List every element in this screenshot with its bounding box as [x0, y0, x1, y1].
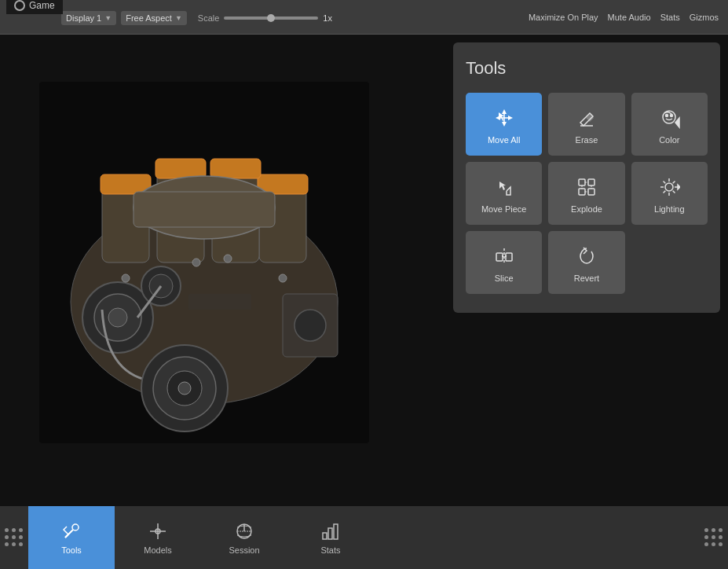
svg-point-24: [224, 255, 232, 262]
svg-rect-43: [588, 179, 594, 185]
tool-color[interactable]: Color: [631, 93, 708, 156]
svg-rect-60: [496, 253, 503, 261]
svg-rect-11: [134, 192, 275, 227]
tool-slice-label: Slice: [495, 273, 514, 283]
svg-point-23: [192, 259, 200, 266]
svg-marker-41: [499, 182, 506, 190]
tools-title: Tools: [466, 58, 708, 79]
move-all-icon: [493, 107, 515, 129]
tools-nav-icon: [60, 520, 82, 542]
tool-revert[interactable]: Revert: [548, 231, 624, 294]
svg-rect-75: [334, 524, 338, 539]
nav-items: Tools Models Ses: [28, 506, 700, 569]
svg-point-50: [665, 183, 673, 191]
explode-icon: [576, 176, 598, 198]
aspect-label: Free Aspect: [126, 13, 172, 23]
stats-button[interactable]: Stats: [660, 13, 680, 22]
tool-color-label: Color: [659, 135, 679, 145]
game-area: Tools Move All: [0, 35, 728, 569]
svg-point-38: [671, 115, 673, 117]
revert-icon: [576, 245, 598, 267]
toolbar: Game Display 1 ▼ Free Aspect ▼ Scale 1x …: [0, 0, 728, 35]
svg-point-37: [666, 115, 668, 117]
svg-point-21: [122, 274, 130, 282]
svg-point-14: [108, 308, 127, 327]
nav-item-tools[interactable]: Tools: [28, 506, 115, 569]
lighting-icon: [658, 176, 680, 198]
slice-icon: [493, 245, 515, 267]
models-nav-icon: [147, 520, 169, 542]
svg-marker-31: [508, 116, 513, 120]
tool-lighting[interactable]: Lighting: [631, 162, 708, 225]
game-tab[interactable]: Game: [6, 0, 63, 14]
svg-rect-27: [188, 294, 251, 310]
tool-erase[interactable]: Erase: [548, 93, 624, 156]
game-tab-label: Game: [29, 0, 55, 11]
left-drag-handle[interactable]: [0, 506, 28, 569]
svg-point-20: [178, 382, 191, 395]
tool-move-all-label: Move All: [488, 135, 521, 145]
svg-point-65: [72, 524, 79, 530]
svg-rect-7: [155, 159, 206, 178]
svg-line-58: [664, 191, 666, 193]
svg-rect-74: [328, 528, 332, 539]
color-icon: [658, 107, 680, 129]
right-drag-handle[interactable]: [700, 506, 728, 569]
scale-handle: [267, 14, 275, 22]
nav-item-session[interactable]: Session: [201, 506, 287, 569]
game-tab-icon: [14, 0, 25, 11]
mute-button[interactable]: Mute Audio: [608, 13, 651, 22]
nav-session-label: Session: [229, 545, 259, 555]
svg-rect-44: [579, 189, 585, 195]
svg-rect-45: [588, 189, 594, 195]
tools-panel: Tools Move All: [453, 42, 720, 313]
tool-move-all[interactable]: Move All: [466, 93, 542, 156]
tool-revert-label: Revert: [574, 273, 599, 283]
stats-nav-icon: [320, 520, 342, 542]
display-label: Display 1: [66, 13, 101, 23]
svg-line-66: [65, 534, 68, 538]
svg-marker-29: [502, 122, 507, 127]
bottom-nav: Tools Models Ses: [0, 506, 728, 569]
svg-rect-61: [506, 253, 512, 261]
engine-visual: [39, 82, 369, 443]
nav-stats-label: Stats: [320, 545, 340, 555]
svg-rect-73: [323, 533, 327, 539]
gizmos-button[interactable]: Gizmos: [690, 13, 719, 22]
svg-marker-59: [678, 185, 680, 189]
scale-label: Scale: [198, 13, 220, 23]
svg-line-55: [664, 182, 666, 184]
scale-value: 1x: [323, 13, 332, 23]
maximize-button[interactable]: Maximize On Play: [529, 13, 598, 22]
session-nav-icon: [233, 520, 255, 542]
scale-slider[interactable]: [224, 17, 318, 20]
display-arrow-icon: ▼: [104, 14, 112, 22]
svg-point-26: [294, 310, 326, 341]
nav-models-label: Models: [144, 545, 171, 555]
tool-erase-label: Erase: [576, 135, 598, 145]
svg-point-22: [279, 274, 287, 282]
tool-move-piece-label: Move Piece: [481, 204, 526, 214]
svg-line-57: [673, 182, 675, 184]
nav-item-models[interactable]: Models: [115, 506, 201, 569]
svg-rect-42: [579, 179, 585, 185]
nav-tools-label: Tools: [61, 545, 82, 555]
tool-explode-label: Explode: [571, 204, 602, 214]
display-dropdown[interactable]: Display 1 ▼: [61, 11, 116, 25]
tool-lighting-label: Lighting: [654, 204, 685, 214]
nav-item-stats[interactable]: Stats: [287, 506, 374, 569]
tool-slice[interactable]: Slice: [466, 231, 542, 294]
svg-line-56: [673, 191, 675, 193]
svg-marker-28: [502, 109, 507, 114]
erase-icon: [576, 107, 598, 129]
aspect-dropdown[interactable]: Free Aspect ▼: [121, 11, 187, 25]
tools-grid: Move All Erase: [466, 93, 708, 294]
svg-rect-9: [210, 159, 261, 178]
aspect-arrow-icon: ▼: [175, 14, 182, 22]
tool-move-piece[interactable]: Move Piece: [466, 162, 542, 225]
move-piece-icon: [493, 176, 515, 198]
tool-explode[interactable]: Explode: [548, 162, 624, 225]
